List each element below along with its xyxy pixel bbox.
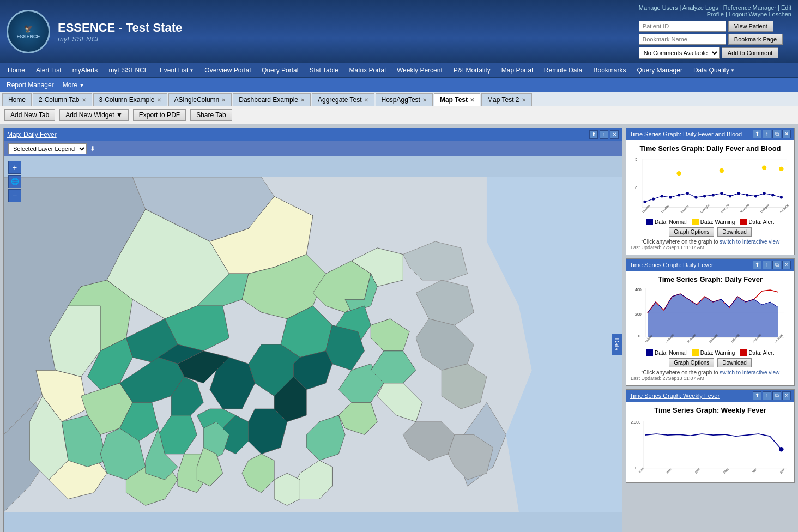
- chart2-collapse-button[interactable]: ⬆: [753, 261, 761, 269]
- chart2-warning-legend: Data: Warning: [692, 349, 735, 356]
- tab-dashboard-example[interactable]: Dashboard Example ✕: [233, 93, 311, 106]
- chart1-warning-legend: Data: Warning: [692, 219, 735, 225]
- tab-map-test[interactable]: Map Test ✕: [434, 93, 480, 106]
- add-new-widget-button[interactable]: Add New Widget ▼: [59, 109, 129, 121]
- nav-remote-data[interactable]: Remote Data: [539, 63, 588, 77]
- map-body: + 🌐 − Data: [4, 156, 622, 532]
- nav-matrix-portal[interactable]: Matrix Portal: [344, 63, 391, 77]
- svg-point-7: [661, 195, 663, 197]
- analyze-logs-link[interactable]: Analyze Logs: [682, 4, 718, 11]
- right-panels: Time Series Graph: Daily Fever and Blood…: [626, 128, 795, 532]
- nav-query-manager[interactable]: Query Manager: [632, 63, 688, 77]
- bookmark-page-button[interactable]: Bookmark Page: [728, 34, 783, 45]
- map-up-button[interactable]: ↑: [600, 130, 608, 139]
- nav-overview-portal[interactable]: Overview Portal: [199, 63, 256, 77]
- nav-myessence[interactable]: myESSENCE: [103, 63, 154, 77]
- close-dashboard-icon[interactable]: ✕: [300, 97, 305, 103]
- chart1-collapse-button[interactable]: ⬆: [753, 130, 761, 138]
- map-legend-select[interactable]: Selected Layer Legend: [8, 143, 87, 154]
- close-aggregate-icon[interactable]: ✕: [364, 97, 368, 103]
- nav-map-portal[interactable]: Map Portal: [496, 63, 539, 77]
- zoom-in-button[interactable]: +: [8, 161, 21, 174]
- chart3-svg[interactable]: 2,000 0 -2006 2005 2005 2005 2005 2005: [631, 416, 790, 476]
- chart3-collapse-button[interactable]: ⬆: [753, 391, 761, 400]
- sub-nav-report-manager[interactable]: Report Manager: [2, 78, 58, 92]
- chart2-copy-button[interactable]: ⧉: [772, 261, 781, 269]
- profile-link[interactable]: Profile: [707, 11, 724, 17]
- nav-event-list[interactable]: Event List ▼: [154, 63, 200, 77]
- close-map-test-icon[interactable]: ✕: [470, 97, 474, 103]
- chart2-area: [648, 294, 778, 337]
- chart2-up-button[interactable]: ↑: [763, 261, 771, 269]
- close-3-column-icon[interactable]: ✕: [157, 97, 161, 103]
- chart1-copy-button[interactable]: ⧉: [772, 130, 781, 138]
- sub-nav-more[interactable]: More ▼: [58, 78, 89, 92]
- nav-home[interactable]: Home: [2, 63, 31, 77]
- normal-swatch2: [646, 349, 653, 356]
- chart1-close-button[interactable]: ✕: [782, 130, 791, 138]
- chart3-title-link[interactable]: Time Series Graph: Weekly Fever: [630, 392, 720, 399]
- view-patient-button[interactable]: View Patient: [728, 21, 773, 32]
- svg-text:03Aug06: 03Aug06: [700, 203, 710, 214]
- logout-link[interactable]: Logout Wayne Loschen: [729, 11, 791, 17]
- chart3-inner-title: Time Series Graph: Weekly Fever: [631, 406, 790, 414]
- svg-point-10: [686, 192, 689, 195]
- nav-data-quality[interactable]: Data Quality ▼: [688, 63, 740, 77]
- svg-text:04Oct06: 04Oct06: [779, 204, 789, 214]
- close-map-test-2-icon[interactable]: ✕: [522, 97, 526, 103]
- chart3-close-button[interactable]: ✕: [782, 391, 791, 400]
- tab-single-column[interactable]: ASingleColumn ✕: [168, 93, 232, 106]
- map-title-link[interactable]: Map: Daily Fever: [7, 131, 57, 138]
- tab-bar: Home 2-Column Tab ✕ 3-Column Example ✕ A…: [0, 92, 798, 106]
- tab-3-column[interactable]: 3-Column Example ✕: [93, 93, 167, 106]
- map-data-tab[interactable]: Data: [612, 334, 622, 355]
- reference-manager-link[interactable]: Reference Manager: [723, 4, 776, 11]
- chart2-title-link[interactable]: Time Series Graph: Daily Fever: [630, 262, 714, 268]
- add-comment-button[interactable]: Add to Comment: [722, 47, 779, 58]
- nav-alert-list[interactable]: Alert List: [31, 63, 67, 77]
- add-new-tab-button[interactable]: Add New Tab: [4, 109, 55, 121]
- chart2-graph-options-button[interactable]: Graph Options: [669, 358, 714, 367]
- chart1-download-button[interactable]: Download: [717, 227, 751, 237]
- share-tab-button[interactable]: Share Tab: [190, 109, 232, 121]
- chart3-up-button[interactable]: ↑: [763, 391, 771, 400]
- chart2-svg[interactable]: 400 200 0 13Jul06 01Aug06 09Aug06 23Aug0…: [631, 286, 790, 346]
- zoom-out-button[interactable]: −: [8, 189, 21, 202]
- chart1-graph-options-button[interactable]: Graph Options: [669, 227, 714, 237]
- comments-select[interactable]: No Comments Available: [639, 47, 720, 59]
- nav-stat-table[interactable]: Stat Table: [304, 63, 343, 77]
- bookmark-name-input[interactable]: [639, 34, 726, 45]
- chart1-interactive-link[interactable]: switch to interactive view: [720, 239, 779, 245]
- svg-point-9: [678, 194, 680, 196]
- chart3-copy-button[interactable]: ⧉: [772, 391, 781, 400]
- tab-2-column[interactable]: 2-Column Tab ✕: [33, 93, 92, 106]
- chart1-title-link[interactable]: Time Series Graph: Daily Fever and Blood: [630, 131, 742, 137]
- chart2-download-button[interactable]: Download: [717, 358, 751, 367]
- map-collapse-button[interactable]: ⬆: [589, 130, 598, 139]
- nav-bookmarks[interactable]: Bookmarks: [588, 63, 632, 77]
- nav-pi-mortality[interactable]: P&I Mortality: [448, 63, 496, 77]
- map-close-button[interactable]: ✕: [610, 130, 619, 139]
- chart1-up-button[interactable]: ↑: [763, 130, 771, 138]
- export-pdf-button[interactable]: Export to PDF: [133, 109, 186, 121]
- patient-id-input[interactable]: [639, 21, 726, 32]
- chart3-line: [645, 434, 781, 449]
- nav-myalerts[interactable]: myAlerts: [67, 63, 104, 77]
- chart1-timestamp: Last Updated: 27Sep13 11:07 AM: [631, 245, 790, 250]
- edit-link[interactable]: Edit: [781, 4, 791, 11]
- chart1-svg[interactable]: 5 0: [631, 155, 790, 215]
- tab-map-test-2[interactable]: Map Test 2 ✕: [481, 93, 531, 106]
- close-2-column-icon[interactable]: ✕: [82, 97, 86, 103]
- tab-home[interactable]: Home: [2, 93, 32, 106]
- nav-weekly-percent[interactable]: Weekly Percent: [391, 63, 448, 77]
- manage-users-link[interactable]: Manage Users: [639, 4, 678, 11]
- tab-aggregate-test[interactable]: Aggregate Test ✕: [312, 93, 374, 106]
- svg-point-20: [771, 194, 774, 196]
- chart2-close-button[interactable]: ✕: [782, 261, 791, 269]
- nav-query-portal[interactable]: Query Portal: [256, 63, 304, 77]
- chart2-interactive-link[interactable]: switch to interactive view: [720, 370, 779, 376]
- map-region[interactable]: [274, 473, 300, 505]
- tab-hosp-agg[interactable]: HospAggTest ✕: [376, 93, 433, 106]
- close-single-column-icon[interactable]: ✕: [221, 97, 226, 103]
- close-hosp-agg-icon[interactable]: ✕: [422, 97, 427, 103]
